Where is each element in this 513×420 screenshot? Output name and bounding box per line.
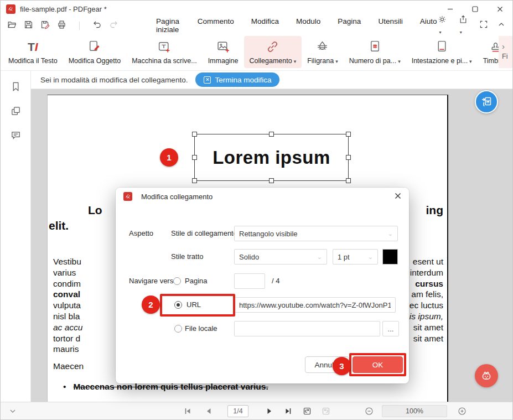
selection-handle[interactable] — [192, 178, 197, 183]
save-as-icon[interactable] — [40, 20, 50, 32]
finish-editing-button[interactable]: ✕ Termina modifica — [195, 72, 279, 87]
save-icon[interactable] — [24, 20, 33, 32]
doc-text-fragment: Maecen — [53, 361, 84, 371]
theme-sun-icon[interactable]: ▾ — [438, 15, 449, 36]
close-box-icon: ✕ — [204, 76, 211, 84]
tool-typewriter[interactable]: Macchina da scrive... — [126, 36, 202, 68]
next-view-button[interactable] — [322, 402, 330, 420]
browse-file-button[interactable]: ... — [382, 321, 399, 336]
step-3-highlight-rect — [349, 353, 406, 376]
next-page-button[interactable] — [265, 402, 274, 420]
previous-view-button[interactable] — [303, 402, 312, 420]
status-bar — [1, 402, 512, 419]
selection-handle[interactable] — [346, 178, 351, 183]
doc-text-fragment: Lo — [88, 204, 102, 217]
undo-icon[interactable] — [92, 20, 102, 32]
lorem-ipsum-heading: Lorem ipsum — [213, 147, 330, 168]
link-selection-box[interactable]: Lorem ipsum — [194, 134, 349, 181]
window-title: file-sample.pdf - PDFgear * — [20, 5, 107, 13]
stroke-style-select[interactable]: Solido ⌄ — [234, 249, 327, 265]
pdfgear-logo-icon — [6, 4, 15, 14]
doc-text-column-right: esent ut interdum cursus am felis, ec lu… — [410, 256, 443, 344]
chevron-down-icon: ⌄ — [368, 253, 373, 261]
tool-page-number[interactable]: Numero di pa...▾ — [344, 36, 406, 68]
chevron-down-icon: ⌄ — [317, 253, 322, 261]
ai-assistant-button[interactable] — [475, 364, 498, 387]
selection-handle[interactable] — [346, 155, 351, 160]
last-page-button[interactable] — [284, 402, 293, 420]
link-style-label: Stile di collegamento — [171, 226, 237, 241]
page-radio[interactable] — [173, 277, 181, 285]
pdfgear-window: file-sample.pdf - PDFgear * — [0, 0, 513, 420]
doc-text-column-left: Vestibu varius condim conval vulputa nis… — [53, 256, 82, 355]
header-footer-icon — [435, 40, 449, 54]
link-style-select[interactable]: Rettangolo visibile ⌄ — [234, 226, 398, 241]
tool-header-footer[interactable]: Intestazione e pi...▾ — [406, 36, 478, 68]
caret-down-icon: ▾ — [294, 59, 297, 64]
robot-icon — [479, 369, 494, 383]
page-number-input[interactable] — [234, 273, 265, 289]
mode-info-bar: Sei in modalità di modifica del collegam… — [31, 71, 512, 89]
tool-edit-text[interactable]: TI Modifica il Testo — [3, 36, 63, 68]
edit-link-dialog: Modifica collegamento Aspetto Stile di c… — [116, 188, 409, 383]
print-icon[interactable] — [57, 20, 66, 32]
page-total-label: / 4 — [272, 273, 279, 289]
typewriter-icon — [157, 40, 171, 54]
stroke-color-swatch[interactable] — [382, 249, 398, 265]
convert-to-word-button[interactable] — [475, 90, 498, 113]
tool-edit-object[interactable]: Modifica Oggetto — [63, 36, 127, 68]
tool-image[interactable]: Immagine — [203, 36, 244, 68]
local-file-input[interactable] — [234, 321, 380, 336]
bookmarks-icon[interactable] — [11, 81, 21, 94]
watermark-icon — [315, 40, 329, 54]
zoom-in-button[interactable] — [458, 402, 467, 420]
edit-object-icon — [87, 40, 101, 54]
dialog-close-icon[interactable] — [395, 191, 401, 201]
comments-icon[interactable] — [11, 130, 21, 143]
word-convert-icon — [480, 95, 493, 108]
page-thumbnails-icon[interactable] — [11, 106, 21, 118]
edit-text-icon: TI — [28, 40, 38, 54]
tool-link[interactable]: Collegamento▾ — [244, 36, 302, 68]
stroke-width-select[interactable]: 1 pt ⌄ — [333, 249, 378, 265]
selection-handle[interactable] — [269, 132, 274, 137]
zoom-level-input[interactable] — [382, 405, 447, 417]
caret-down-icon: ▾ — [469, 59, 472, 64]
url-input[interactable] — [234, 297, 396, 313]
selection-handle[interactable] — [192, 155, 197, 160]
redo-icon[interactable] — [109, 20, 118, 32]
selection-handle[interactable] — [269, 178, 274, 183]
tool-watermark[interactable]: Filigrana▾ — [302, 36, 343, 68]
chevron-down-icon: ⌄ — [388, 230, 393, 237]
caret-down-icon: ▾ — [335, 59, 338, 64]
zoom-out-button[interactable] — [365, 402, 374, 420]
collapse-sidebar-icon[interactable] — [8, 402, 17, 420]
first-page-button[interactable] — [183, 402, 192, 420]
page-indicator-input[interactable] — [227, 405, 248, 417]
page-radio-label[interactable]: Pagina — [185, 273, 207, 289]
pdfgear-logo-icon — [123, 192, 132, 201]
ribbon-toolbar: TI Modifica il Testo Modifica Oggetto Ma… — [1, 34, 512, 71]
ribbon-more-button[interactable]: › Fi — [499, 36, 512, 68]
stroke-style-label: Stile tratto — [171, 249, 204, 265]
selection-handle[interactable] — [346, 132, 351, 137]
dialog-title: Modifica collegamento — [141, 193, 213, 201]
selection-handle[interactable] — [192, 132, 197, 137]
image-icon — [216, 40, 230, 54]
previous-page-button[interactable] — [204, 402, 213, 420]
open-file-icon[interactable] — [7, 20, 17, 32]
fullscreen-icon[interactable] — [479, 20, 488, 31]
step-2-badge: 2 — [142, 295, 160, 314]
local-file-radio[interactable] — [174, 325, 182, 333]
doc-text-fragment: ing — [426, 204, 444, 217]
page-number-icon — [368, 40, 382, 54]
mode-message: Sei in modalità di modifica del collegam… — [40, 76, 188, 84]
dialog-header: Modifica collegamento — [116, 188, 409, 205]
toolbar-separator — [79, 22, 80, 30]
chevron-right-icon: › — [502, 44, 505, 49]
share-export-icon[interactable]: ▾ — [459, 15, 470, 36]
local-file-radio-label[interactable]: File locale — [185, 321, 217, 336]
collapse-ribbon-icon[interactable] — [497, 20, 506, 31]
left-sidebar — [1, 71, 31, 402]
ribbon-clipped-item: Fi — [502, 53, 507, 60]
